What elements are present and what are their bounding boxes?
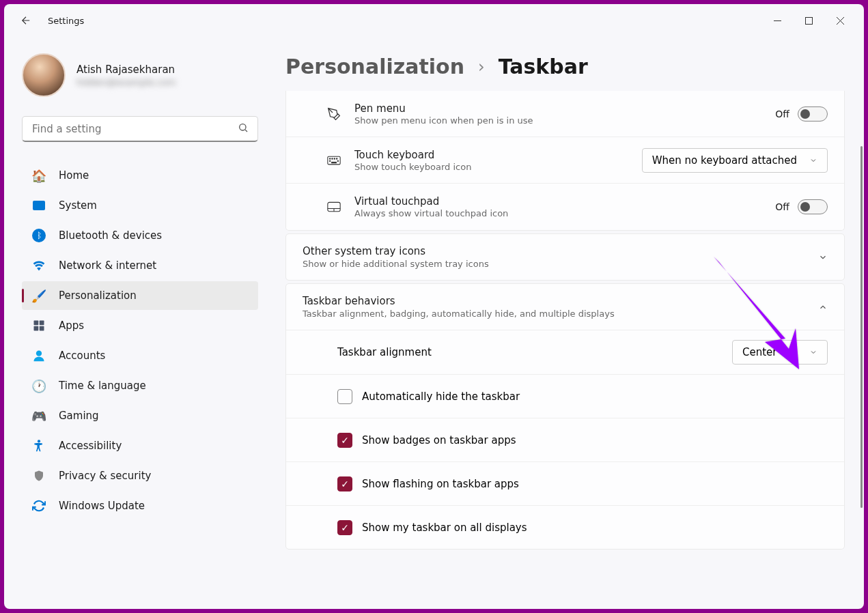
profile-email: hidden@example.com bbox=[76, 77, 176, 87]
close-button[interactable] bbox=[824, 10, 856, 31]
behaviors-title: Taskbar behaviors bbox=[303, 295, 818, 307]
nav-accounts[interactable]: Accounts bbox=[22, 341, 258, 370]
flashing-label: Show flashing on taskbar apps bbox=[362, 478, 519, 490]
window-controls bbox=[761, 10, 856, 31]
autohide-checkbox[interactable] bbox=[337, 389, 352, 404]
chevron-down-icon bbox=[818, 253, 828, 262]
window-body: Atish Rajasekharan hidden@example.com 🏠H… bbox=[4, 37, 864, 609]
pen-icon bbox=[327, 106, 341, 122]
breadcrumb-current: Taskbar bbox=[499, 55, 588, 79]
alldisplays-checkbox[interactable] bbox=[337, 520, 352, 535]
chevron-down-icon bbox=[809, 348, 817, 356]
search-wrapper bbox=[22, 116, 258, 142]
touchpad-title: Virtual touchpad bbox=[354, 195, 775, 208]
touch-keyboard-row: Touch keyboard Show touch keyboard icon … bbox=[286, 137, 844, 184]
svg-point-7 bbox=[36, 351, 42, 356]
bluetooth-icon: ᛒ bbox=[31, 228, 46, 243]
alignment-value: Center bbox=[742, 346, 777, 358]
nav-accessibility[interactable]: Accessibility bbox=[22, 431, 258, 460]
nav-label: Gaming bbox=[59, 410, 99, 422]
nav-home[interactable]: 🏠Home bbox=[22, 161, 258, 190]
nav-label: Personalization bbox=[59, 289, 137, 302]
accessibility-icon bbox=[31, 438, 46, 453]
chevron-right-icon: › bbox=[478, 57, 485, 76]
system-icon bbox=[31, 198, 46, 213]
touch-dropdown[interactable]: When no keyboard attached bbox=[642, 148, 828, 173]
scrollbar-track[interactable] bbox=[857, 52, 864, 609]
keyboard-icon bbox=[327, 154, 341, 167]
touchpad-icon bbox=[327, 201, 341, 213]
touchpad-toggle[interactable] bbox=[798, 199, 828, 214]
touchpad-toggle-label: Off bbox=[775, 201, 789, 212]
badges-checkbox[interactable] bbox=[337, 433, 352, 448]
nav-label: Bluetooth & devices bbox=[59, 229, 162, 242]
svg-point-11 bbox=[332, 158, 333, 158]
nav: 🏠Home System ᛒBluetooth & devices Networ… bbox=[22, 161, 258, 520]
chevron-up-icon bbox=[818, 302, 828, 312]
svg-point-8 bbox=[38, 440, 40, 442]
flashing-checkbox[interactable] bbox=[337, 476, 352, 491]
nav-bluetooth[interactable]: ᛒBluetooth & devices bbox=[22, 221, 258, 250]
apps-icon bbox=[31, 318, 46, 333]
svg-rect-5 bbox=[34, 326, 39, 331]
sidebar: Atish Rajasekharan hidden@example.com 🏠H… bbox=[4, 37, 264, 609]
nav-personalization[interactable]: 🖌️Personalization bbox=[22, 281, 258, 310]
maximize-button[interactable] bbox=[793, 10, 824, 31]
other-tray-header[interactable]: Other system tray icons Show or hide add… bbox=[286, 234, 844, 280]
svg-rect-0 bbox=[774, 20, 781, 21]
nav-label: Network & internet bbox=[59, 259, 156, 272]
svg-point-14 bbox=[330, 160, 331, 161]
alignment-row: Taskbar alignment Center bbox=[286, 330, 844, 374]
home-icon: 🏠 bbox=[31, 168, 46, 183]
nav-network[interactable]: Network & internet bbox=[22, 251, 258, 280]
nav-time[interactable]: 🕐Time & language bbox=[22, 371, 258, 400]
close-icon bbox=[837, 17, 844, 25]
clock-icon: 🕐 bbox=[31, 378, 46, 393]
minimize-icon bbox=[774, 17, 781, 25]
nav-apps[interactable]: Apps bbox=[22, 311, 258, 340]
svg-point-2 bbox=[240, 124, 246, 130]
breadcrumb: Personalization › Taskbar bbox=[285, 55, 845, 79]
svg-rect-1 bbox=[805, 17, 812, 24]
touchpad-row: Virtual touchpad Always show virtual tou… bbox=[286, 184, 844, 230]
back-button[interactable] bbox=[12, 7, 40, 34]
nav-update[interactable]: Windows Update bbox=[22, 491, 258, 520]
nav-system[interactable]: System bbox=[22, 191, 258, 220]
shield-icon bbox=[31, 468, 46, 483]
touch-title: Touch keyboard bbox=[354, 149, 642, 161]
profile-section[interactable]: Atish Rajasekharan hidden@example.com bbox=[22, 45, 258, 111]
back-arrow-icon bbox=[20, 14, 32, 27]
svg-point-15 bbox=[337, 160, 338, 161]
svg-point-10 bbox=[330, 158, 331, 158]
search-input[interactable] bbox=[22, 116, 258, 142]
nav-label: Accessibility bbox=[59, 440, 122, 452]
scrollbar-thumb[interactable] bbox=[860, 146, 863, 508]
touchpad-sub: Always show virtual touchpad icon bbox=[354, 208, 775, 218]
minimize-button[interactable] bbox=[761, 10, 793, 31]
pen-title: Pen menu bbox=[354, 102, 775, 115]
behaviors-header[interactable]: Taskbar behaviors Taskbar alignment, bad… bbox=[286, 284, 844, 330]
svg-rect-6 bbox=[40, 326, 44, 331]
nav-privacy[interactable]: Privacy & security bbox=[22, 461, 258, 490]
nav-label: Privacy & security bbox=[59, 470, 151, 482]
pen-toggle[interactable] bbox=[798, 106, 828, 122]
other-tray-card: Other system tray icons Show or hide add… bbox=[285, 233, 845, 281]
nav-label: Home bbox=[59, 169, 89, 182]
wifi-icon bbox=[31, 258, 46, 273]
touch-dropdown-value: When no keyboard attached bbox=[652, 154, 797, 167]
breadcrumb-parent[interactable]: Personalization bbox=[285, 55, 464, 79]
svg-rect-16 bbox=[332, 162, 337, 162]
flashing-row: Show flashing on taskbar apps bbox=[286, 461, 844, 505]
update-icon bbox=[31, 498, 46, 513]
person-icon bbox=[31, 348, 46, 363]
nav-gaming[interactable]: 🎮Gaming bbox=[22, 401, 258, 430]
brush-icon: 🖌️ bbox=[31, 288, 46, 303]
alldisplays-row: Show my taskbar on all displays bbox=[286, 505, 844, 549]
chevron-down-icon bbox=[809, 156, 817, 165]
nav-label: Apps bbox=[59, 319, 84, 332]
svg-rect-3 bbox=[34, 321, 39, 326]
nav-label: Windows Update bbox=[59, 500, 145, 512]
alldisplays-label: Show my taskbar on all displays bbox=[362, 522, 527, 534]
alignment-dropdown[interactable]: Center bbox=[732, 340, 828, 365]
pen-toggle-label: Off bbox=[775, 109, 789, 119]
